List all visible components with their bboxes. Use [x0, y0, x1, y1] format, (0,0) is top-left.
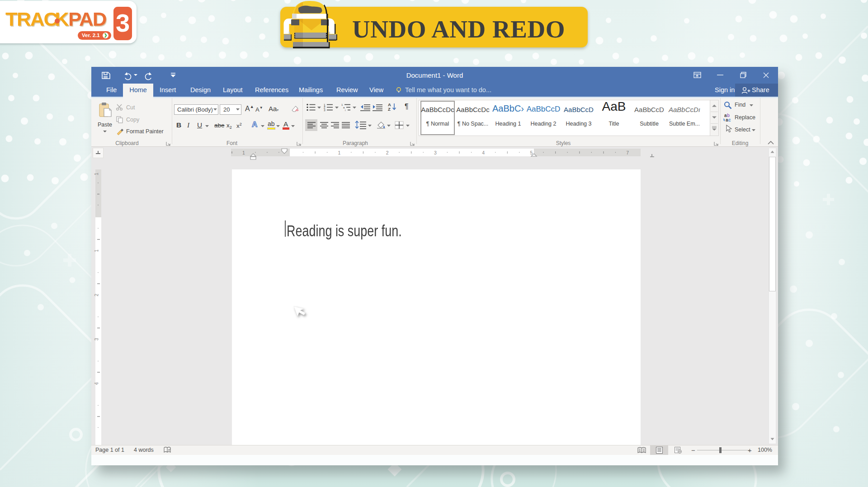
- svg-text:5: 5: [530, 150, 533, 155]
- svg-text:4: 4: [482, 150, 485, 155]
- svg-text:c: c: [728, 117, 731, 122]
- svg-text:1: 1: [94, 173, 99, 175]
- svg-text:3: 3: [434, 150, 437, 155]
- svg-text:i: i: [345, 109, 345, 112]
- svg-text:7: 7: [626, 150, 629, 155]
- svg-text:1: 1: [338, 150, 340, 155]
- svg-text:3: 3: [324, 108, 326, 112]
- svg-text:2: 2: [386, 150, 389, 155]
- svg-text:1: 1: [242, 150, 245, 155]
- svg-text:Z: Z: [388, 107, 391, 112]
